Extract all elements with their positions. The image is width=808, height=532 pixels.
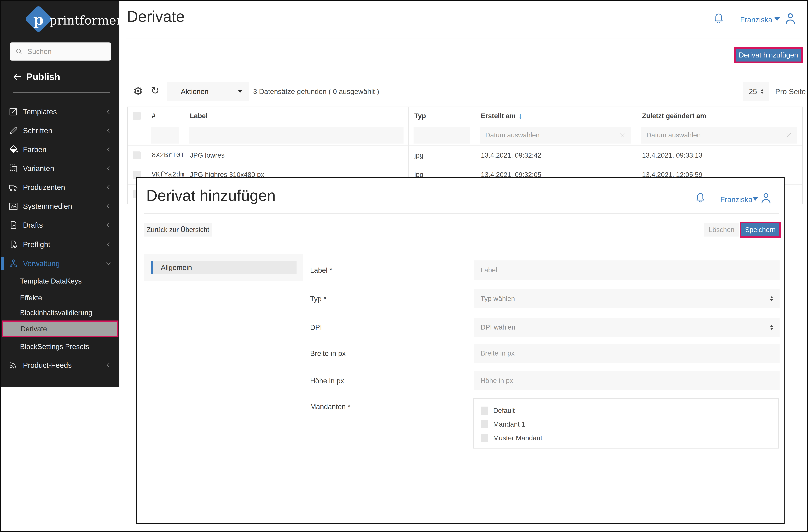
sidebar-subitem-label: Derivate (20, 325, 47, 333)
hoehe-input[interactable] (481, 377, 773, 385)
typ-select-field[interactable]: Typ wählen (474, 289, 779, 308)
dropdown-caret-icon (238, 90, 242, 93)
image-icon (8, 201, 19, 211)
pen-icon (8, 125, 19, 136)
chevron-left-icon[interactable] (104, 127, 113, 135)
sidebar-subitem-template-datakeys[interactable]: Template DataKeys (1, 273, 120, 289)
add-derivat-button-highlight: Derivat hinzufügen (734, 47, 803, 63)
tab-allgemein[interactable]: Allgemein (151, 261, 296, 274)
sidebar-subitem-blocksettings-presets[interactable]: BlockSettings Presets (1, 338, 120, 355)
date-filter-placeholder: Datum auswählen (485, 131, 619, 139)
chevron-left-icon[interactable] (104, 145, 113, 154)
sidebar-subitem-derivate-active[interactable]: Derivate (2, 321, 118, 337)
user-avatar-icon[interactable] (760, 190, 772, 206)
checkbox-icon[interactable] (481, 406, 488, 415)
sidebar-item-label: Preflight (23, 240, 50, 249)
filter-label-cell (184, 125, 409, 146)
sidebar-item-schriften[interactable]: Schriften (1, 121, 120, 140)
row-created: 13.4.2021, 09:32:42 (475, 146, 636, 165)
sidebar-search[interactable] (10, 42, 111, 60)
row-checkbox[interactable] (133, 151, 141, 159)
user-menu-dropdown-icon[interactable] (774, 17, 780, 21)
add-derivat-button[interactable]: Derivat hinzufügen (736, 49, 801, 61)
user-avatar-icon[interactable] (784, 11, 797, 27)
sidebar-item-systemmedien[interactable]: Systemmedien (1, 197, 120, 215)
user-name[interactable]: Franziska (720, 195, 752, 204)
mandant-option-mandant1[interactable]: Mandant 1 (481, 420, 525, 428)
refresh-icon[interactable]: ↻ (151, 86, 160, 96)
column-header-label[interactable]: Label (184, 107, 409, 125)
dpi-select-value: DPI wählen (481, 323, 770, 331)
page-size-select[interactable]: 25 (743, 82, 769, 101)
clear-filter-x-icon[interactable] (619, 132, 626, 139)
dpi-select-field[interactable]: DPI wählen (474, 318, 779, 337)
sidebar-subitem-blockinhaltsvalidierung[interactable]: Blockinhaltsvalidierung (1, 304, 120, 321)
sidebar-item-produzenten[interactable]: Produzenten (1, 178, 120, 197)
breite-input[interactable] (481, 349, 773, 357)
column-header-id[interactable]: # (146, 107, 184, 125)
results-count: 3 Datensätze gefunden ( 0 ausgewählt ) (253, 82, 379, 101)
id-filter-input[interactable] (151, 127, 179, 144)
checkbox-icon[interactable] (481, 420, 488, 428)
chevron-left-icon[interactable] (104, 108, 113, 116)
sidebar-item-verwaltung[interactable]: Verwaltung (1, 254, 120, 273)
chevron-down-icon[interactable] (104, 259, 113, 268)
field-label-breite: Breite in px (310, 349, 346, 358)
pdf-document-icon (8, 220, 19, 230)
chevron-left-icon[interactable] (104, 240, 113, 249)
chevron-left-icon[interactable] (104, 183, 113, 191)
paint-bucket-icon (8, 144, 19, 155)
notifications-bell-icon[interactable] (713, 12, 724, 27)
sidebar-item-templates[interactable]: Templates (1, 102, 120, 121)
mandant-option-default[interactable]: Default (481, 406, 515, 415)
geaendert-date-filter[interactable]: Datum auswählen (641, 127, 797, 144)
back-to-overview-button[interactable]: Zurück zur Übersicht (144, 223, 212, 236)
notifications-bell-icon[interactable] (695, 191, 705, 206)
sidebar-item-label: Schriften (23, 126, 52, 135)
hoehe-input-field (474, 371, 779, 391)
org-users-icon (8, 258, 19, 269)
column-header-erstellt[interactable]: Erstellt am↓ (475, 107, 636, 125)
chevron-left-icon[interactable] (104, 202, 113, 210)
row-label[interactable]: JPG lowres (184, 146, 409, 165)
column-header-typ[interactable]: Typ (409, 107, 475, 125)
delete-button[interactable]: Löschen (704, 223, 739, 236)
select-arrows-icon (770, 325, 773, 330)
save-button-highlight: Speichern (740, 222, 781, 238)
mandant-option-muster[interactable]: Muster Mandant (481, 434, 542, 442)
sort-descending-icon[interactable]: ↓ (518, 112, 522, 120)
sidebar-item-preflight[interactable]: Preflight (1, 235, 120, 254)
sidebar-subitem-label: Effekte (20, 294, 42, 302)
user-menu-dropdown-icon[interactable] (753, 197, 758, 201)
erstellt-date-filter[interactable]: Datum auswählen (480, 127, 631, 144)
field-label-hoehe: Höhe in px (310, 377, 344, 385)
user-name[interactable]: Franziska (740, 15, 772, 24)
checkbox-icon[interactable] (481, 434, 488, 442)
chevron-left-icon[interactable] (104, 361, 113, 369)
label-filter-input[interactable] (189, 127, 404, 144)
sidebar-item-product-feeds[interactable]: Product-Feeds (1, 356, 120, 375)
clear-filter-x-icon[interactable] (785, 132, 792, 139)
actions-dropdown[interactable]: Aktionen (167, 82, 249, 101)
row-modified: 13.4.2021, 09:33:13 (636, 146, 802, 165)
chevron-left-icon[interactable] (104, 164, 113, 173)
select-all-checkbox[interactable] (133, 112, 141, 120)
label-input[interactable] (481, 266, 773, 274)
back-to-publish[interactable]: Publish (12, 71, 60, 82)
mandant-option-label: Mandant 1 (493, 420, 525, 428)
sidebar-subitem-effekte[interactable]: Effekte (1, 289, 120, 306)
column-header-geaendert[interactable]: Zuletzt geändert am (636, 107, 802, 125)
page-title: Derivate (127, 7, 185, 25)
search-input[interactable] (27, 48, 105, 56)
sidebar-item-varianten[interactable]: Varianten (1, 159, 120, 178)
typ-filter-input[interactable] (414, 127, 470, 144)
mandanten-group: Default Mandant 1 Muster Mandant (473, 398, 778, 449)
tab-label: Allgemein (161, 264, 192, 271)
table-settings-gear-icon[interactable]: ⚙ (133, 86, 143, 97)
sidebar-item-drafts[interactable]: Drafts (1, 215, 120, 234)
save-button[interactable]: Speichern (741, 223, 779, 236)
per-page-label: Pro Seite (775, 82, 806, 101)
sidebar-item-farben[interactable]: Farben (1, 140, 120, 159)
filter-geaendert-cell: Datum auswählen (636, 125, 802, 146)
chevron-left-icon[interactable] (104, 221, 113, 229)
